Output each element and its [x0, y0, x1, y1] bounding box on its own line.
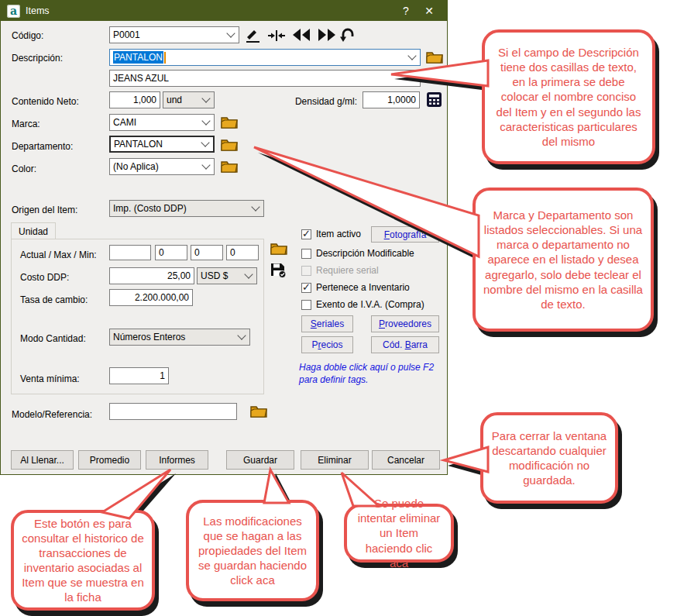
tasa-cambio-input[interactable]: 2.200.000,00 [109, 289, 193, 306]
densidad-input[interactable]: 1,0000 [363, 91, 420, 108]
promedio-button[interactable]: Promedio [78, 450, 141, 470]
contenido-neto-label: Contenido Neto: [12, 96, 79, 107]
descripcion-label: Descripción: [12, 53, 63, 64]
departamento-label: Departamento: [12, 141, 73, 152]
color-label: Color: [12, 163, 36, 174]
undo-icon[interactable] [339, 26, 358, 43]
callout-text: Si el campo de Descripción tiene dos cas… [493, 45, 644, 148]
min-value: 0 [230, 247, 235, 258]
proveedores-button[interactable]: Proveedores [371, 315, 439, 332]
folder-icon[interactable] [250, 404, 267, 418]
informes-button[interactable]: Informes [146, 450, 208, 470]
checkbox-pertenece-inventario[interactable]: Pertenece a Inventario [301, 282, 410, 293]
tags-hint[interactable]: Haga doble click aquí o pulse F2 para de… [299, 362, 448, 386]
checkbox-icon[interactable] [301, 300, 311, 310]
checkbox-icon [301, 266, 311, 276]
cod-barra-button[interactable]: Cód. Barra [371, 336, 439, 353]
al-llenar-button[interactable]: Al Llenar... [11, 450, 74, 470]
titlebar[interactable]: a Items ? ✕ [1, 1, 447, 21]
callout-cancelar: Para cerrar la ventana descartando cualq… [480, 412, 618, 504]
folder-icon[interactable] [221, 138, 238, 151]
seriales-button-label: Seriales [311, 318, 344, 329]
folder-icon[interactable] [221, 115, 238, 129]
cancelar-button-label: Cancelar [387, 455, 424, 466]
max2-value: 0 [194, 247, 200, 258]
callout-marca-departamento: Marca y Departamento son listados selecc… [473, 188, 654, 332]
origen-combobox[interactable]: Imp. (Costo DDP) [109, 200, 264, 217]
callout-informes: Este botón es para consultar el historic… [11, 510, 155, 611]
close-button[interactable]: ✕ [418, 5, 441, 17]
window-title: Items [26, 5, 50, 16]
checkbox-requiere-serial: Requiere serial [301, 265, 379, 276]
tab-unidad[interactable]: Unidad [11, 222, 56, 239]
contenido-neto-value: 1,000 [133, 95, 156, 105]
chevron-down-icon[interactable] [201, 138, 209, 146]
chevron-down-icon[interactable] [201, 160, 210, 169]
help-button[interactable]: ? [394, 5, 418, 17]
codigo-label: Código: [12, 30, 43, 41]
max2-input[interactable]: 0 [191, 245, 223, 260]
venta-minima-input[interactable]: 1 [109, 367, 169, 384]
moneda-combobox[interactable]: USD $ [197, 267, 257, 284]
chevron-down-icon[interactable] [244, 270, 253, 278]
modelo-input[interactable] [109, 403, 237, 420]
descripcion2-input[interactable]: JEANS AZUL [109, 70, 421, 87]
modo-cantidad-combobox[interactable]: Números Enteros [109, 329, 250, 346]
venta-minima-label: Venta mínima: [20, 373, 80, 384]
folder-icon[interactable] [270, 242, 287, 255]
tasa-cambio-label: Tasa de cambio: [20, 294, 88, 305]
previous-record-icon[interactable] [291, 27, 313, 43]
checkbox-descripcion-modificable[interactable]: Descripción Modificable [301, 248, 414, 259]
eliminar-button[interactable]: Eliminar [301, 450, 369, 470]
guardar-button-label: Guardar [243, 455, 277, 466]
codigo-combobox[interactable]: P0001 [109, 26, 239, 43]
chevron-down-icon[interactable] [201, 94, 210, 102]
save-disk-icon[interactable] [270, 263, 287, 278]
cancelar-button[interactable]: Cancelar [372, 450, 440, 470]
color-value: (No Aplica) [113, 161, 159, 172]
seriales-button[interactable]: Seriales [301, 315, 353, 332]
actual-max-min-label: Actual / Max / Min: [20, 249, 97, 260]
folder-icon[interactable] [426, 50, 443, 64]
checkbox-item-activo[interactable]: Item activo [301, 229, 361, 239]
costo-ddp-input[interactable]: 25,00 [109, 267, 194, 284]
contenido-neto-input[interactable]: 1,000 [109, 91, 160, 108]
chevron-down-icon[interactable] [251, 202, 259, 211]
unidad-value: und [167, 95, 182, 105]
checkbox-label: Exento de I.V.A. (Compra) [316, 299, 424, 310]
modo-cantidad-label: Modo Cantidad: [20, 333, 86, 344]
chevron-down-icon[interactable] [237, 331, 246, 339]
fotografia-button-label: Fotografía [384, 229, 427, 240]
precios-button[interactable]: Precios [301, 336, 353, 353]
tasa-cambio-value: 2.200.000,00 [135, 292, 189, 303]
color-combobox[interactable]: (No Aplica) [109, 158, 215, 175]
fotografia-button[interactable]: Fotografía [371, 226, 439, 243]
unidad-combobox[interactable]: und [163, 91, 215, 108]
guardar-button[interactable]: Guardar [226, 450, 294, 470]
chevron-down-icon[interactable] [407, 51, 416, 60]
folder-icon[interactable] [221, 160, 238, 173]
min-input[interactable]: 0 [226, 245, 259, 260]
chevron-down-icon[interactable] [226, 29, 235, 37]
informes-button-label: Informes [159, 455, 195, 466]
callout-guardar: Las modificaciones que se hagan a las pr… [186, 500, 319, 601]
marca-combobox[interactable]: CAMI [109, 114, 215, 131]
departamento-combobox[interactable]: PANTALON [109, 136, 215, 153]
next-record-icon[interactable] [315, 27, 337, 43]
checkbox-label: Item activo [316, 229, 361, 239]
al-llenar-button-label: Al Llenar... [20, 455, 64, 466]
checkbox-icon[interactable] [301, 229, 311, 239]
calculator-icon[interactable] [426, 91, 442, 108]
checkbox-icon[interactable] [301, 283, 311, 293]
collapse-arrows-icon[interactable] [268, 28, 287, 43]
origen-value: Imp. (Costo DDP) [113, 203, 187, 214]
callout-text: Se puede intentar eliminar un Item hacie… [355, 496, 443, 570]
checkbox-icon[interactable] [301, 249, 311, 259]
chevron-down-icon[interactable] [201, 116, 210, 125]
checkbox-exento-iva[interactable]: Exento de I.V.A. (Compra) [301, 299, 424, 310]
edit-pencil-icon[interactable] [245, 28, 263, 43]
actual-input[interactable] [109, 245, 151, 260]
descripcion-combobox[interactable]: PANTALON [109, 49, 421, 66]
departamento-value: PANTALON [114, 139, 163, 150]
max1-input[interactable]: 0 [155, 245, 187, 260]
